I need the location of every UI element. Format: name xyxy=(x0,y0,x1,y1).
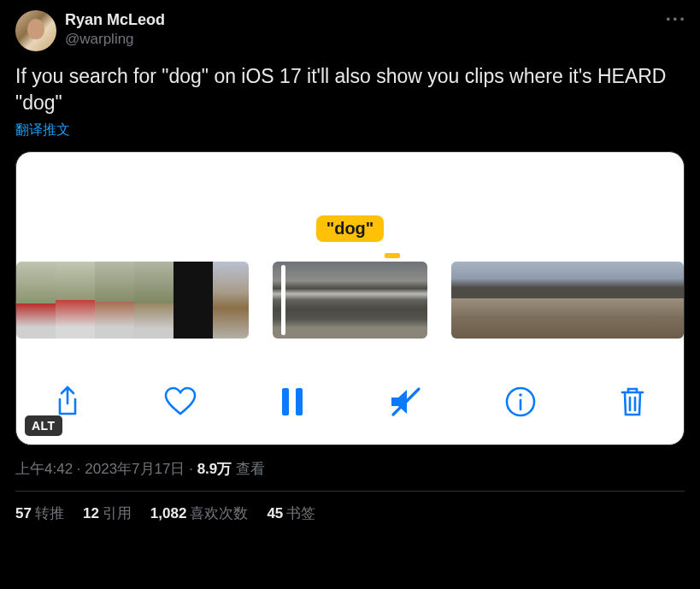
svg-rect-0 xyxy=(282,388,289,415)
video-timeline[interactable] xyxy=(16,262,684,339)
timeline-frame xyxy=(491,262,530,339)
timeline-frame xyxy=(569,262,609,339)
tweet-date[interactable]: 2023年7月17日 xyxy=(85,461,185,477)
timeline-frame xyxy=(391,262,427,339)
timeline-frame xyxy=(648,262,684,339)
media-toolbar xyxy=(16,376,684,427)
author-display-name: Ryan McLeod xyxy=(65,10,165,30)
tweet-text: If you search for "dog" on iOS 17 it'll … xyxy=(15,63,685,116)
search-pill-wrap: "dog" xyxy=(16,215,684,242)
tweet-time[interactable]: 上午4:42 xyxy=(15,461,73,477)
alt-badge[interactable]: ALT xyxy=(25,415,62,436)
timeline-frame xyxy=(213,262,249,339)
svg-point-4 xyxy=(519,393,522,397)
stat-likes[interactable]: 1,082喜欢次数 xyxy=(150,504,249,523)
tweet-stats: 57转推 12引用 1,082喜欢次数 45书签 xyxy=(15,492,685,535)
timeline-frame xyxy=(530,262,569,339)
timeline-clip[interactable] xyxy=(273,262,427,339)
tweet-header: Ryan McLeod @warpling ··· xyxy=(15,10,685,51)
views-label: 查看 xyxy=(232,461,265,477)
timeline-frame xyxy=(134,262,174,339)
heart-icon[interactable] xyxy=(163,386,197,418)
timeline-frame xyxy=(56,262,95,339)
more-button[interactable]: ··· xyxy=(666,9,686,31)
timeline-frame xyxy=(609,262,648,339)
timeline-frame xyxy=(273,262,312,339)
tweet: Ryan McLeod @warpling ··· If you search … xyxy=(0,0,700,545)
tweet-meta: 上午4:42 · 2023年7月17日 · 8.9万 查看 xyxy=(15,459,685,492)
mute-icon[interactable] xyxy=(388,386,422,418)
trash-icon[interactable] xyxy=(619,385,646,419)
stat-bookmarks[interactable]: 45书签 xyxy=(267,504,315,523)
pause-icon[interactable] xyxy=(279,386,305,417)
timeline-clip[interactable] xyxy=(451,262,684,339)
views-count: 8.9万 xyxy=(197,461,232,477)
timeline-frame xyxy=(312,262,351,339)
stat-retweets[interactable]: 57转推 xyxy=(15,504,64,523)
timeline-frame xyxy=(95,262,134,339)
timeline-frame xyxy=(16,262,56,339)
author-handle: @warpling xyxy=(65,30,165,48)
info-icon[interactable] xyxy=(504,386,537,418)
avatar[interactable] xyxy=(15,10,56,51)
media-card[interactable]: "dog" xyxy=(15,151,685,445)
author-block[interactable]: Ryan McLeod @warpling xyxy=(65,10,165,48)
svg-rect-1 xyxy=(296,388,303,415)
timeline-frame xyxy=(174,262,213,339)
timeline-clip[interactable] xyxy=(16,262,249,339)
stat-quotes[interactable]: 12引用 xyxy=(83,504,132,523)
translate-link[interactable]: 翻译推文 xyxy=(15,121,70,139)
share-icon[interactable] xyxy=(54,385,81,419)
timeline-frame xyxy=(351,262,391,339)
timeline-frame xyxy=(451,262,491,339)
playhead-marker xyxy=(385,253,400,258)
search-pill: "dog" xyxy=(316,215,385,242)
